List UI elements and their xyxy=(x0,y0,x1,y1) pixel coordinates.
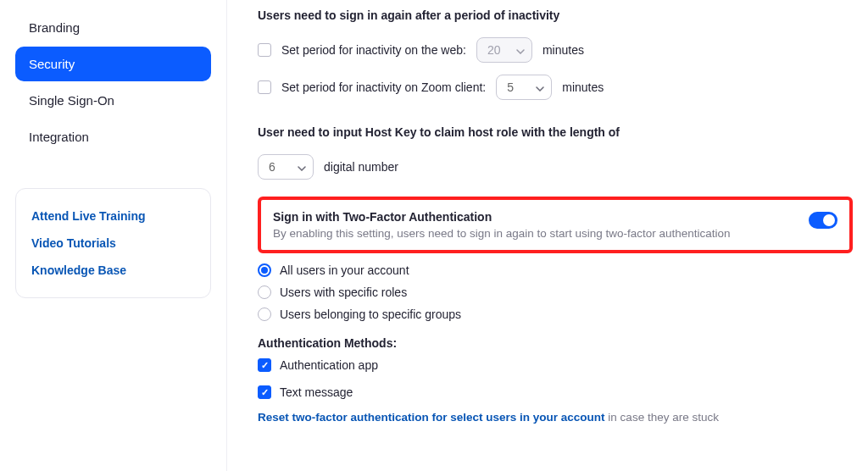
sidebar-item-integration[interactable]: Integration xyxy=(15,119,211,154)
twofa-option-all-users[interactable]: All users in your account xyxy=(258,263,853,277)
auth-methods-title: Authentication Methods: xyxy=(258,336,853,350)
twofa-reset-footnote: Reset two-factor authentication for sele… xyxy=(258,411,853,424)
sidebar-item-security[interactable]: Security xyxy=(15,47,211,81)
twofa-option-label: Users with specific roles xyxy=(280,285,407,299)
host-key-heading: User need to input Host Key to claim hos… xyxy=(258,125,853,139)
inactivity-web-unit: minutes xyxy=(542,43,584,57)
host-key-length-value: 6 xyxy=(269,160,275,174)
twofa-toggle[interactable] xyxy=(809,212,837,229)
auth-method-text-message[interactable]: Text message xyxy=(258,385,853,399)
help-link-training[interactable]: Attend Live Training xyxy=(31,202,195,230)
main-panel: Users need to sign in again after a peri… xyxy=(227,0,868,471)
inactivity-web-checkbox[interactable] xyxy=(258,43,271,57)
inactivity-zoom-row: Set period for inactivity on Zoom client… xyxy=(258,75,853,100)
help-link-kb[interactable]: Knowledge Base xyxy=(31,257,195,284)
inactivity-zoom-value: 5 xyxy=(507,80,514,94)
checkbox-auth-app[interactable] xyxy=(258,358,271,372)
twofa-option-label: Users belonging to specific groups xyxy=(280,308,461,321)
twofa-option-label: All users in your account xyxy=(280,263,409,277)
inactivity-web-value: 20 xyxy=(487,43,501,57)
twofa-reset-suffix: in case they are stuck xyxy=(608,411,719,424)
twofa-highlight: Sign in with Two-Factor Authentication B… xyxy=(258,197,853,253)
radio-specific-roles[interactable] xyxy=(258,285,271,299)
twofa-reset-link[interactable]: Reset two-factor authentication for sele… xyxy=(258,411,605,424)
sidebar-item-branding[interactable]: Branding xyxy=(15,10,211,45)
auth-method-label: Text message xyxy=(280,385,353,399)
host-key-block: User need to input Host Key to claim hos… xyxy=(258,125,853,180)
twofa-title: Sign in with Two-Factor Authentication xyxy=(273,210,731,224)
host-key-length-select[interactable]: 6 xyxy=(258,154,314,180)
inactivity-web-label: Set period for inactivity on the web: xyxy=(281,43,466,57)
auth-method-authentication-app[interactable]: Authentication app xyxy=(258,358,853,372)
inactivity-web-select[interactable]: 20 xyxy=(476,37,532,63)
chevron-down-icon xyxy=(516,43,525,57)
chevron-down-icon xyxy=(536,80,544,94)
sidebar: Branding Security Single Sign-On Integra… xyxy=(0,0,227,471)
sidebar-nav: Branding Security Single Sign-On Integra… xyxy=(15,10,211,154)
checkbox-text-message[interactable] xyxy=(258,385,271,399)
chevron-down-icon xyxy=(298,160,306,174)
host-key-unit: digital number xyxy=(324,160,398,174)
inactivity-zoom-select[interactable]: 5 xyxy=(496,75,552,100)
twofa-description: By enabling this setting, users need to … xyxy=(273,227,731,240)
inactivity-zoom-label: Set period for inactivity on Zoom client… xyxy=(281,80,486,94)
twofa-text-block: Sign in with Two-Factor Authentication B… xyxy=(273,210,731,240)
inactivity-web-row: Set period for inactivity on the web: 20… xyxy=(258,37,853,63)
auth-method-label: Authentication app xyxy=(280,358,378,372)
help-card: Attend Live Training Video Tutorials Kno… xyxy=(15,188,211,298)
twofa-option-specific-roles[interactable]: Users with specific roles xyxy=(258,285,853,299)
help-link-tutorials[interactable]: Video Tutorials xyxy=(31,230,195,257)
sidebar-item-single-sign-on[interactable]: Single Sign-On xyxy=(15,83,211,118)
inactivity-zoom-unit: minutes xyxy=(562,80,604,94)
twofa-option-specific-groups[interactable]: Users belonging to specific groups xyxy=(258,308,853,321)
inactivity-zoom-checkbox[interactable] xyxy=(258,80,271,94)
radio-specific-groups[interactable] xyxy=(258,308,271,321)
radio-all-users[interactable] xyxy=(258,263,271,277)
inactivity-heading: Users need to sign in again after a peri… xyxy=(258,8,853,22)
